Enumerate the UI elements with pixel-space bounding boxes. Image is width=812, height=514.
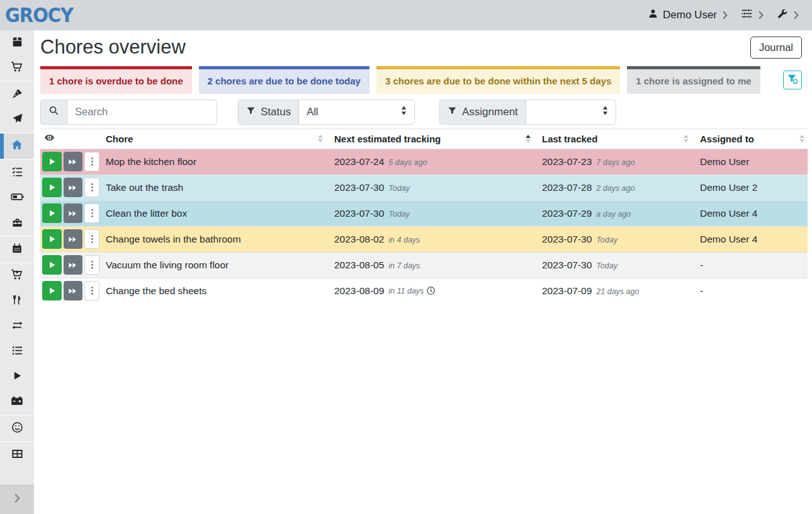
- sidebar-item-equipment[interactable]: [0, 210, 34, 236]
- chore-name: Change the bed sheets: [103, 278, 331, 304]
- sidebar-item-transfer[interactable]: [0, 314, 34, 339]
- sidebar-item-battery-tracking[interactable]: [0, 389, 34, 414]
- last-tracked-date: 2023-07-30: [542, 234, 592, 244]
- assignment-filter-group: Assignment: [439, 100, 616, 125]
- settings-menu[interactable]: [741, 8, 764, 23]
- chore-row: Change towels in the bathroom 2023-08-02…: [40, 226, 808, 252]
- skip-chore-button[interactable]: [64, 255, 83, 275]
- sidebar-item-consume[interactable]: [0, 288, 34, 314]
- sidebar-item-userobjects[interactable]: [0, 442, 34, 467]
- chore-name: Clean the litter box: [103, 200, 331, 226]
- chore-menu-button[interactable]: [84, 152, 99, 171]
- clear-filters-button[interactable]: [783, 71, 802, 89]
- column-header-label: Last tracked: [542, 134, 597, 144]
- chore-menu-button[interactable]: [84, 255, 99, 275]
- sidebar-item-tasks[interactable]: [0, 160, 34, 185]
- navbar-menus: Demo User: [648, 8, 799, 23]
- column-header-last-tracked[interactable]: Last tracked: [539, 128, 697, 149]
- chore-menu-button[interactable]: [84, 178, 99, 197]
- admin-menu[interactable]: [777, 8, 799, 23]
- journal-button[interactable]: Journal: [750, 37, 802, 59]
- shopping-cart-icon: [11, 60, 23, 76]
- page-title: Chores overview: [40, 37, 186, 58]
- column-header-assigned-to[interactable]: Assigned to: [697, 128, 808, 149]
- search-addon: [40, 100, 67, 125]
- search-input[interactable]: [67, 100, 217, 125]
- sidebar-item-userentity[interactable]: [0, 416, 34, 441]
- last-tracked-date: 2023-07-30: [542, 260, 592, 270]
- user-icon: [648, 8, 658, 22]
- track-execution-button[interactable]: [42, 229, 62, 249]
- status-select[interactable]: All: [298, 100, 415, 125]
- assignment-label-text: Assignment: [462, 106, 518, 118]
- next-tracking-note: in 11 days: [388, 287, 424, 295]
- sidebar-collapse-button[interactable]: [0, 484, 34, 514]
- track-execution-button[interactable]: [42, 152, 62, 171]
- user-menu[interactable]: Demo User: [648, 8, 728, 22]
- last-tracked-note: a day ago: [596, 210, 631, 219]
- assigned-user: -: [697, 278, 808, 304]
- chore-menu-button[interactable]: [84, 281, 99, 300]
- track-execution-button[interactable]: [42, 255, 62, 275]
- sidebar-item-meal-plan[interactable]: [0, 107, 34, 132]
- table-icon: [11, 448, 23, 462]
- eye-icon: [44, 134, 55, 145]
- sort-icons: [684, 135, 689, 142]
- status-filter-label: Status: [238, 100, 298, 125]
- car-battery-icon: [11, 394, 23, 409]
- next-tracking-note: in 7 days: [388, 261, 420, 270]
- chore-menu-button[interactable]: [84, 229, 99, 249]
- last-tracked-note: Today: [596, 261, 617, 270]
- chore-menu-button[interactable]: [84, 203, 99, 223]
- paper-plane-icon: [11, 113, 23, 127]
- sidebar-item-inventory[interactable]: [0, 339, 34, 364]
- next-tracking-date: 2023-07-30: [334, 182, 384, 193]
- next-tracking-date: 2023-07-30: [334, 208, 384, 219]
- assigned-user: Demo User 4: [697, 200, 808, 226]
- chore-row: Change the bed sheets 2023-08-09in 11 da…: [40, 278, 808, 304]
- sidebar-item-batteries-overview[interactable]: [0, 185, 34, 210]
- chore-row: Mop the kitchen floor 2023-07-245 days a…: [40, 149, 808, 174]
- sidebar-item-stock-overview[interactable]: [0, 30, 34, 55]
- track-execution-button[interactable]: [42, 203, 62, 223]
- chore-name: Take out the trash: [103, 174, 331, 200]
- next-tracking-note: in 4 days: [388, 236, 420, 244]
- exchange-icon: [11, 319, 23, 334]
- sidebar-item-shopping-list[interactable]: [0, 55, 34, 81]
- track-execution-button[interactable]: [42, 178, 62, 197]
- overdue-badge[interactable]: 1 chore is overdue to be done: [40, 66, 192, 94]
- column-header-chore[interactable]: Chore: [103, 128, 331, 149]
- skip-chore-button[interactable]: [64, 203, 83, 223]
- sidebar-item-chores-overview[interactable]: [0, 134, 34, 159]
- due-today-badge[interactable]: 2 chores are due to be done today: [199, 66, 369, 94]
- sidebar-item-recipes[interactable]: [0, 82, 34, 107]
- track-execution-button[interactable]: [42, 281, 62, 300]
- skip-chore-button[interactable]: [64, 178, 83, 197]
- sidebar-item-purchase[interactable]: [0, 263, 34, 288]
- skip-chore-button[interactable]: [64, 281, 83, 300]
- search-icon: [48, 105, 59, 119]
- grocy-logo[interactable]: GROCY: [5, 4, 73, 27]
- chore-row: Clean the litter box 2023-07-30Today 202…: [40, 200, 808, 226]
- chore-name: Mop the kitchen floor: [103, 149, 331, 174]
- user-menu-label: Demo User: [663, 9, 717, 21]
- last-tracked-note: 2 days ago: [596, 184, 634, 193]
- column-header-label: Next estimated tracking: [334, 134, 441, 144]
- filter-icon: [448, 106, 457, 118]
- last-tracked-note: 21 days ago: [596, 287, 639, 296]
- chevron-right-icon: [757, 10, 764, 20]
- column-header-next-tracking[interactable]: Next estimated tracking: [331, 128, 539, 149]
- due-soon-badge[interactable]: 3 chores are due to be done within the n…: [376, 66, 620, 94]
- pizza-slice-icon: [11, 88, 23, 102]
- assignment-filter-label: Assignment: [439, 100, 526, 125]
- sidebar-item-calendar[interactable]: [0, 237, 34, 262]
- summary-badges: 1 chore is overdue to be done 2 chores a…: [40, 66, 808, 94]
- skip-chore-button[interactable]: [64, 229, 83, 249]
- skip-chore-button[interactable]: [64, 152, 83, 171]
- column-header-label: Chore: [106, 134, 133, 144]
- sidebar-item-chore-tracking[interactable]: [0, 364, 34, 389]
- assigned-to-me-badge[interactable]: 1 chore is assigned to me: [627, 66, 760, 94]
- wrench-icon: [777, 8, 788, 23]
- sidebar-spacer: [0, 467, 34, 484]
- assignment-select[interactable]: [526, 100, 616, 125]
